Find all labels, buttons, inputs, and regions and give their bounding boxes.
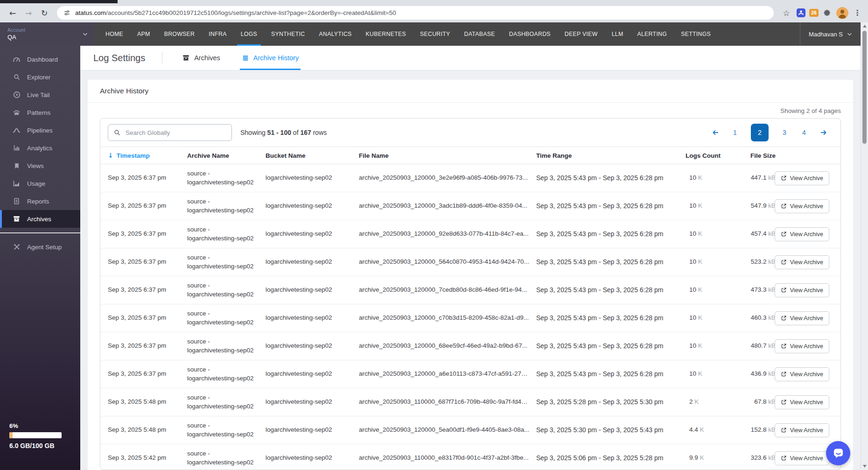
view-archive-button[interactable]: View Archive bbox=[775, 199, 829, 213]
extensions-puzzle-icon[interactable] bbox=[821, 7, 833, 19]
cell-time-range: Sep 3, 2025 5:43 pm - Sep 3, 2025 6:28 p… bbox=[536, 286, 686, 295]
pagination-page-1[interactable]: 1 bbox=[731, 129, 739, 136]
view-archive-button[interactable]: View Archive bbox=[775, 339, 829, 353]
browser-menu-icon[interactable]: ⋮ bbox=[852, 6, 862, 20]
nav-item-llm[interactable]: LLM bbox=[605, 22, 630, 46]
nav-item-logs[interactable]: LOGS bbox=[234, 22, 264, 46]
nav-item-infra[interactable]: INFRA bbox=[202, 22, 233, 46]
view-archive-label: View Archive bbox=[790, 399, 823, 406]
external-link-icon bbox=[781, 315, 787, 321]
external-link-icon bbox=[781, 231, 787, 237]
column-time-range: Time Range bbox=[536, 152, 686, 159]
archive-icon bbox=[182, 54, 190, 62]
tab-archives[interactable]: Archives bbox=[182, 46, 220, 70]
tab-archive-history[interactable]: Archive History bbox=[242, 46, 299, 70]
pagination-next-icon[interactable] bbox=[820, 129, 827, 136]
sidebar-item-archives[interactable]: Archives bbox=[0, 210, 80, 228]
view-archive-button[interactable]: View Archive bbox=[775, 227, 829, 241]
sidebar-item-dashboard[interactable]: Dashboard bbox=[0, 50, 80, 68]
user-menu[interactable]: Madhavan S bbox=[800, 22, 861, 46]
sidebar-item-analytics[interactable]: Analytics bbox=[0, 139, 80, 157]
external-link-icon bbox=[781, 399, 787, 405]
cell-archive-name: source -logarchivetesting-sep02 bbox=[187, 197, 266, 214]
bookmark-icon bbox=[12, 162, 21, 169]
view-archive-button[interactable]: View Archive bbox=[775, 283, 829, 297]
logs-count-unit: K bbox=[696, 174, 702, 181]
view-archive-button[interactable]: View Archive bbox=[775, 255, 829, 269]
cell-file-name: archive_20250903_120000_3e2e96f9-a085-40… bbox=[359, 174, 536, 182]
logs-count-unit: K bbox=[696, 230, 702, 237]
bookmark-star-icon[interactable]: ☆ bbox=[779, 6, 793, 20]
sidebar-item-explorer[interactable]: Explorer bbox=[0, 68, 80, 86]
nav-item-database[interactable]: DATABASE bbox=[457, 22, 502, 46]
cell-file-name: archive_20250903_120000_a6e10113-c873-47… bbox=[359, 370, 536, 378]
sidebar-item-label: Patterns bbox=[27, 109, 50, 116]
sidebar-item-usage[interactable]: Usage bbox=[0, 175, 80, 192]
file-size-value: 436.9 bbox=[751, 370, 767, 377]
archive-name-line1: source - bbox=[187, 281, 259, 290]
view-archive-label: View Archive bbox=[790, 231, 823, 238]
pagination-page-3[interactable]: 3 bbox=[781, 129, 788, 136]
url-bar[interactable]: atatus.com/accounts/5b271cc49b002019712c… bbox=[57, 6, 774, 20]
view-archive-button[interactable]: View Archive bbox=[775, 311, 829, 325]
nav-item-analytics[interactable]: ANALYTICS bbox=[312, 22, 358, 46]
sidebar-item-label: Views bbox=[27, 162, 44, 169]
view-archive-button[interactable]: View Archive bbox=[775, 171, 829, 185]
global-search[interactable] bbox=[108, 124, 232, 141]
view-archive-label: View Archive bbox=[790, 315, 823, 322]
nav-item-deep-view[interactable]: DEEP VIEW bbox=[558, 22, 605, 46]
nav-item-dashboards[interactable]: DASHBOARDS bbox=[502, 22, 558, 46]
sidebar-item-patterns[interactable]: Patterns bbox=[0, 104, 80, 121]
browser-profile-avatar[interactable] bbox=[836, 7, 848, 19]
view-archive-button[interactable]: View Archive bbox=[775, 367, 829, 381]
nav-item-kubernetes[interactable]: KUBERNETES bbox=[359, 22, 413, 46]
view-archive-button[interactable]: View Archive bbox=[775, 451, 829, 465]
search-input[interactable] bbox=[125, 129, 226, 137]
archive-name-line2: logarchivetesting-sep02 bbox=[187, 374, 259, 383]
nav-item-alerting[interactable]: ALERTING bbox=[630, 22, 674, 46]
cell-bucket-name: logarchivetesting-sep02 bbox=[266, 174, 359, 182]
scrollbar-down-arrow[interactable] bbox=[863, 465, 867, 468]
extension-badge-icon[interactable]: 26 bbox=[808, 7, 819, 19]
view-archive-button[interactable]: View Archive bbox=[775, 423, 829, 437]
tab-bar: ArchivesArchive History bbox=[182, 46, 320, 70]
archive-name-line2: logarchivetesting-sep02 bbox=[187, 262, 259, 271]
logs-count-value: 2 bbox=[689, 398, 693, 405]
view-archive-button[interactable]: View Archive bbox=[775, 395, 829, 409]
archive-name-line2: logarchivetesting-sep02 bbox=[187, 346, 259, 355]
logs-count-value: 10 bbox=[689, 230, 696, 237]
external-link-icon bbox=[781, 455, 787, 461]
chat-widget-button[interactable] bbox=[826, 441, 850, 465]
scrollbar-thumb[interactable] bbox=[862, 31, 867, 144]
column-timestamp[interactable]: ↓ Timestamp bbox=[108, 152, 187, 159]
forward-button[interactable]: → bbox=[21, 6, 35, 20]
view-archive-label: View Archive bbox=[790, 203, 823, 210]
sidebar-item-live-tail[interactable]: Live Tail bbox=[0, 86, 80, 104]
sidebar-item-reports[interactable]: Reports bbox=[0, 192, 80, 210]
pagination-page-4[interactable]: 4 bbox=[800, 129, 808, 136]
site-info-icon[interactable] bbox=[63, 9, 70, 16]
pagination-prev-icon[interactable] bbox=[712, 129, 719, 136]
pagination-page-2[interactable]: 2 bbox=[751, 124, 769, 141]
sidebar-item-agent-setup[interactable]: Agent Setup bbox=[0, 238, 80, 256]
sidebar-item-views[interactable]: Views bbox=[0, 157, 80, 175]
browser-scrollbar[interactable] bbox=[861, 22, 868, 470]
list-icon bbox=[242, 55, 249, 62]
nav-item-settings[interactable]: SETTINGS bbox=[674, 22, 718, 46]
nav-item-security[interactable]: SECURITY bbox=[413, 22, 457, 46]
cell-timestamp: Sep 3, 2025 6:37 pm bbox=[108, 286, 187, 294]
nav-item-synthetic[interactable]: SYNTHETIC bbox=[264, 22, 312, 46]
scrollbar-up-arrow[interactable] bbox=[863, 25, 867, 28]
extension-icon[interactable] bbox=[795, 7, 806, 19]
sidebar-item-pipelines[interactable]: Pipelines bbox=[0, 121, 80, 139]
sidebar-item-label: Reports bbox=[27, 198, 49, 205]
account-switcher[interactable]: Account QA bbox=[0, 22, 94, 46]
archive-name-line2: logarchivetesting-sep02 bbox=[187, 430, 259, 439]
nav-item-browser[interactable]: BROWSER bbox=[157, 22, 202, 46]
back-button[interactable]: ← bbox=[6, 6, 20, 20]
cell-actions: View Archive bbox=[782, 255, 840, 269]
nav-item-apm[interactable]: APM bbox=[130, 22, 157, 46]
nav-item-home[interactable]: HOME bbox=[98, 22, 130, 46]
column-timestamp-label: Timestamp bbox=[117, 152, 150, 159]
reload-button[interactable]: ↻ bbox=[37, 6, 51, 20]
